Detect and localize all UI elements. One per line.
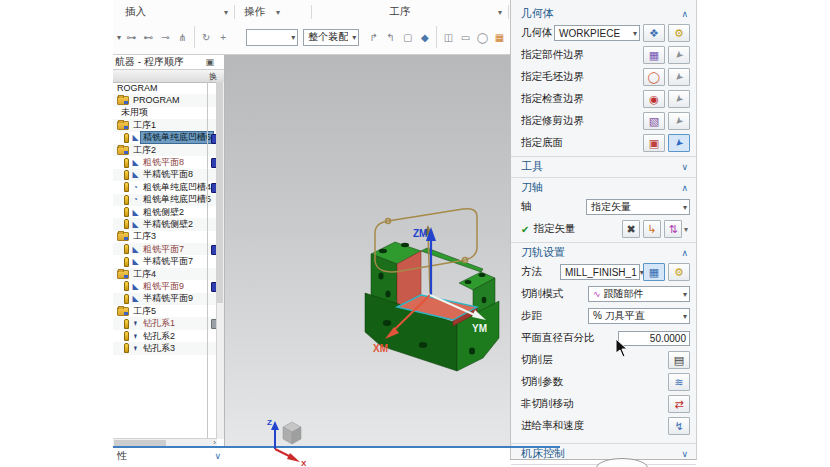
tree-item[interactable]: 未用项	[113, 107, 217, 119]
toolbar-icon[interactable]: ⊷	[141, 28, 156, 46]
tree-item[interactable]: 工序4	[113, 268, 217, 280]
chevron-down-icon[interactable]: ▾	[219, 8, 233, 17]
group-operation[interactable]: 操作 ▾	[236, 3, 310, 21]
stepover-combo[interactable]: % 刀具平直 ▾	[588, 308, 690, 324]
new-method-button[interactable]: ▦	[643, 263, 665, 281]
chevron-down-icon[interactable]: ▾	[115, 33, 123, 42]
section-tool-axis-title: 刀轴	[521, 180, 543, 195]
tree-item[interactable]: ◔粗铣单纯底凹槽5	[113, 194, 217, 206]
toolbar-icon[interactable]: ⊶	[124, 28, 139, 46]
geometry-combo[interactable]: WORKPIECE ▾	[554, 25, 640, 41]
tree-item[interactable]: PROGRAM	[113, 94, 217, 106]
tree-item[interactable]: ◔粗铣单纯底凹槽4	[113, 181, 217, 193]
chevron-down-icon: ▾	[287, 33, 295, 42]
highlight-blank-boundary-button[interactable]: ➤	[668, 68, 690, 86]
key-icon	[124, 182, 129, 192]
select-blank-boundary-button[interactable]: ◯	[643, 68, 665, 86]
chevron-down-icon[interactable]: ∨	[681, 162, 688, 172]
select-floor-button[interactable]: ▣	[643, 134, 665, 152]
chevron-down-icon[interactable]: ▾	[682, 225, 690, 234]
select-trim-boundary-button[interactable]: ▧	[643, 112, 665, 130]
tree-item-label: 半精铣侧壁2	[141, 219, 195, 230]
tree-item[interactable]: ▼钻孔系2	[113, 330, 217, 342]
chevron-down-icon[interactable]: ∨	[681, 449, 688, 459]
toolbar-icon[interactable]: ⊸	[158, 28, 173, 46]
feeds-label: 进给率和速度	[521, 419, 584, 433]
axis-combo[interactable]: 指定矢量 ▾	[586, 199, 690, 215]
cut-levels-button[interactable]: ▤	[668, 351, 690, 369]
tree-item[interactable]: ◣粗铣侧壁2	[113, 206, 217, 218]
scrollbar-thumb[interactable]	[217, 82, 223, 303]
cutting-parameters-button[interactable]: ≋	[668, 373, 690, 391]
edit-method-button[interactable]: ⚙	[668, 263, 690, 281]
highlight-floor-button[interactable]: ➤	[668, 134, 690, 152]
tree-item[interactable]: ◣粗铣平面8	[113, 156, 217, 168]
tree-item[interactable]: ▼钻孔系1	[113, 317, 217, 329]
window-restore-icon[interactable]: ▣	[205, 57, 222, 67]
vector-dialog-button[interactable]: ⇅	[664, 220, 682, 238]
graphics-viewport[interactable]	[225, 55, 510, 447]
tree-item[interactable]: 工序1	[113, 119, 217, 131]
tree-item[interactable]: ◣半精铣平面7	[113, 255, 217, 267]
inferred-vector-button[interactable]: ↳	[643, 220, 661, 238]
toolbar-icon[interactable]: ↻	[199, 28, 214, 46]
section-tool-axis[interactable]: 刀轴 ∧	[511, 177, 696, 196]
tree-item[interactable]: 工序3	[113, 231, 217, 243]
chevron-down-icon[interactable]: ∨	[214, 451, 221, 461]
flashlight-icon: ➤	[672, 114, 686, 128]
select-check-boundary-button[interactable]: ◉	[643, 90, 665, 108]
tree-item-label: 钻孔系3	[141, 343, 177, 354]
cut-mode-combo[interactable]: ∿ 跟随部件 ▾	[588, 286, 690, 302]
key-icon	[124, 170, 129, 180]
chevron-down-icon[interactable]: ▾	[493, 8, 507, 17]
method-combo[interactable]: MILL_FINISH_1 ▾	[560, 264, 640, 280]
tree-item[interactable]: ◣粗铣平面9	[113, 280, 217, 292]
navigator-vertical-scrollbar[interactable]	[216, 82, 224, 439]
section-geometry[interactable]: 几何体 ∧	[511, 4, 696, 22]
highlight-trim-boundary-button[interactable]: ➤	[668, 112, 690, 130]
toolbar-icon[interactable]: ▦	[492, 28, 507, 46]
tree-item[interactable]: ◣半精铣平面9	[113, 293, 217, 305]
chevron-down-icon[interactable]: ▾	[271, 8, 285, 17]
section-path-settings[interactable]: 刀轨设置 ∧	[511, 242, 696, 261]
edit-geometry-button[interactable]: ⚙	[668, 24, 690, 42]
tree-item[interactable]: ◣精铣单纯底凹槽6	[113, 132, 217, 144]
toolbar-icon[interactable]: ▢	[400, 28, 415, 46]
tree-item[interactable]: 工序5	[113, 305, 217, 317]
non-cutting-moves-button[interactable]: ⇄	[668, 395, 690, 413]
tree-item[interactable]: ▼钻孔系3	[113, 342, 217, 354]
toolbar-icon[interactable]: ⋔	[175, 28, 190, 46]
feeds-speeds-button[interactable]: ↯	[668, 417, 690, 435]
tree-item[interactable]: ◣粗铣平面7	[113, 243, 217, 255]
toolbar-icon[interactable]: ◯	[475, 28, 490, 46]
chevron-up-icon[interactable]: ∧	[681, 9, 688, 19]
navigator-tree: ROGRAMPROGRAM未用项工序1◣精铣单纯底凹槽6工序2◣粗铣平面8◣半精…	[113, 82, 217, 439]
toolbar-icon[interactable]: ↱	[366, 28, 381, 46]
tree-item[interactable]: ◣半精铣平面8	[113, 169, 217, 181]
chevron-up-icon[interactable]: ∧	[681, 248, 688, 258]
selection-scope-combo[interactable]: 整个装配 ▾	[303, 29, 359, 46]
chevron-down-icon: ▾	[680, 312, 687, 321]
navigator-column-header[interactable]: 换	[113, 69, 224, 83]
toolbar-icon[interactable]: +	[216, 28, 231, 46]
toolbar-icon[interactable]: ↰	[383, 28, 398, 46]
new-geometry-button[interactable]: ❖	[643, 24, 665, 42]
cut-mode-label: 切削模式	[521, 287, 563, 301]
toolbar-icon[interactable]: ◫	[441, 28, 456, 46]
dependencies-panel-header[interactable]: 性 ∨	[113, 449, 225, 462]
tree-item[interactable]: 工序2	[113, 144, 217, 156]
section-tool[interactable]: 工具 ∨	[511, 156, 696, 175]
selection-filter-combo[interactable]: ▾	[246, 29, 299, 46]
tree-item[interactable]: ROGRAM	[113, 82, 217, 94]
toolbar-icon[interactable]: ▭	[458, 28, 473, 46]
group-process[interactable]: 工序 ▾	[313, 3, 507, 21]
chevron-up-icon[interactable]: ∧	[681, 183, 688, 193]
toolbar-icon[interactable]: ◆	[417, 28, 432, 46]
highlight-check-boundary-button[interactable]: ➤	[668, 90, 690, 108]
highlight-part-boundary-button[interactable]: ➤	[668, 46, 690, 64]
select-part-boundary-button[interactable]: ▦	[643, 46, 665, 64]
cut-params-row: 切削参数 ≋	[511, 371, 696, 393]
clear-vector-button[interactable]: ✖	[622, 220, 640, 238]
tree-item[interactable]: ◣半精铣侧壁2	[113, 218, 217, 230]
group-insert[interactable]: 插入 ▾	[113, 3, 233, 21]
